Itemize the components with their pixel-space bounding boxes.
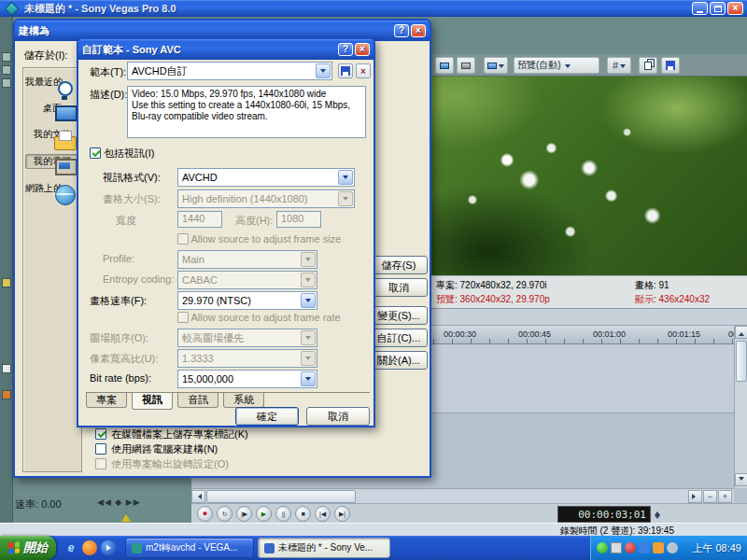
vegas-app-icon	[5, 1, 20, 16]
dock-folder-icon[interactable]	[2, 278, 11, 287]
pixel-aspect-label: 像素寬高比(U):	[90, 352, 158, 366]
save-template-button[interactable]	[338, 63, 353, 78]
loop-playback-button[interactable]: ↻	[217, 506, 233, 522]
zoom-in-button[interactable]: +	[718, 490, 732, 503]
about-button[interactable]: 關於(A)...	[370, 351, 428, 370]
horizontal-scroll-thumb[interactable]	[206, 490, 356, 503]
option-label: 使用專案輸出旋轉設定(O)	[111, 458, 229, 469]
tab-project[interactable]: 專案	[86, 393, 127, 408]
tab-system[interactable]: 系統	[223, 393, 264, 408]
dock-document-icon[interactable]	[2, 364, 11, 373]
dock-media-icon[interactable]	[2, 390, 11, 399]
change-button[interactable]: 變更(S)...	[370, 306, 428, 325]
scroll-left-button[interactable]	[191, 490, 205, 503]
delete-template-button[interactable]: ×	[356, 63, 371, 78]
chevron-down-icon[interactable]	[338, 170, 353, 185]
frame-rate-combo[interactable]: 29.970 (NTSC)	[177, 291, 317, 310]
tray-icon[interactable]	[639, 542, 650, 553]
tab-audio[interactable]: 音訊	[177, 393, 218, 408]
include-video-checkbox[interactable]	[90, 147, 101, 159]
main-window-titlebar[interactable]: 未標題的 * - Sony Vegas Pro 8.0 ×	[0, 0, 747, 17]
play-from-start-button[interactable]: |▶	[236, 506, 252, 522]
chevron-down-icon[interactable]	[316, 63, 331, 78]
height-input: 1080	[276, 211, 321, 228]
video-preview-toolbar: 預覽(自動) #	[431, 54, 747, 77]
close-icon[interactable]: ×	[727, 2, 743, 15]
help-icon[interactable]: ?	[394, 24, 409, 37]
go-to-end-button[interactable]: ▶|	[334, 506, 350, 522]
rate-slider[interactable]: ◀◀ ◆ ▶▶	[97, 497, 141, 507]
scroll-up-button[interactable]	[735, 326, 747, 339]
custom-button[interactable]: 自訂(C)...	[370, 329, 428, 347]
allow-frame-size-checkbox	[177, 233, 189, 245]
pause-button[interactable]: ||	[275, 506, 291, 522]
dock-icon[interactable]	[2, 78, 11, 88]
help-icon[interactable]: ?	[338, 43, 353, 56]
stop-button[interactable]: ■	[295, 506, 311, 522]
horizontal-scrollbar[interactable]: − +	[191, 488, 734, 503]
use-network-render-checkbox[interactable]	[95, 443, 106, 455]
rate-slider-marker[interactable]	[121, 510, 131, 522]
copy-frame-button[interactable]	[639, 57, 657, 74]
task-label: 未標題的 * - Sony Ve...	[278, 541, 373, 554]
save-button[interactable]: 儲存(S)	[370, 256, 428, 274]
floppy-icon	[341, 66, 350, 76]
custom-template-titlebar[interactable]: 自訂範本 - Sony AVC ? ×	[78, 39, 374, 60]
internet-explorer-icon[interactable]: e	[63, 540, 78, 555]
scroll-down-button[interactable]	[735, 473, 747, 486]
grid-overlay-button[interactable]: #	[607, 57, 631, 74]
play-button[interactable]: ▶	[256, 506, 272, 522]
template-combo-value: AVCHD自訂	[132, 64, 188, 78]
place-my-documents[interactable]: 我的文件	[25, 128, 79, 141]
video-output-icon[interactable]	[457, 57, 475, 74]
tray-icon[interactable]	[611, 542, 622, 553]
timecode-display[interactable]: 00:00:03;01	[557, 506, 651, 523]
vertical-scrollbar[interactable]	[734, 326, 747, 488]
template-combo[interactable]: AVCHD自訂	[127, 62, 332, 80]
place-network[interactable]: 網路上的芳鄰	[25, 182, 79, 195]
zoom-out-button[interactable]: −	[703, 490, 717, 503]
vertical-scroll-thumb[interactable]	[736, 341, 747, 382]
tray-icon[interactable]	[625, 542, 636, 553]
preview-quality-dropdown[interactable]: 預覽(自動)	[514, 57, 599, 74]
cancel-button[interactable]: 取消	[306, 407, 370, 426]
maximize-button[interactable]	[710, 2, 726, 15]
dock-icon[interactable]	[2, 52, 11, 62]
description-text[interactable]: Video: 15.0 Mbps, 29.970 fps, 1440x1080 …	[127, 86, 366, 138]
save-project-markers-checkbox[interactable]	[95, 428, 106, 440]
tray-icon[interactable]	[653, 542, 664, 553]
start-button[interactable]: 開始	[0, 536, 56, 560]
media-player-icon[interactable]	[101, 540, 116, 555]
close-icon[interactable]: ×	[411, 24, 426, 37]
ok-button[interactable]: 確定	[235, 407, 299, 426]
save-frame-button[interactable]	[661, 57, 680, 74]
place-recent-documents[interactable]: 我最近的文件	[25, 76, 79, 89]
allow-frame-rate-label: Allow source to adjust frame rate	[190, 312, 340, 323]
tray-icon[interactable]	[597, 542, 608, 553]
close-icon[interactable]: ×	[355, 43, 370, 56]
preview-device-button[interactable]	[484, 57, 508, 74]
chevron-down-icon[interactable]	[301, 293, 316, 308]
tab-video[interactable]: 視訊	[132, 393, 173, 410]
external-monitor-icon[interactable]	[435, 57, 454, 74]
go-to-start-button[interactable]: |◀	[315, 506, 331, 522]
taskbar-task-vegas-render[interactable]: m2t轉avchd - VEGA...	[125, 538, 254, 558]
taskbar-task-vegas-project[interactable]: 未標題的 * - Sony Ve...	[258, 538, 390, 558]
bitrate-combo[interactable]: 15,000,000	[177, 370, 317, 388]
taskbar: 開始 e m2t轉avchd - VEGA... 未標題的 * - Sony V…	[0, 536, 747, 560]
record-button[interactable]: ●	[197, 506, 213, 522]
timecode-spinner[interactable]	[653, 507, 661, 522]
custom-template-body: 範本(T): AVCHD自訂 × 描述(D): Video: 15.0 Mbps…	[78, 60, 374, 426]
video-format-combo[interactable]: AVCHD	[177, 168, 355, 187]
browser-icon[interactable]	[82, 540, 97, 555]
place-desktop[interactable]: 桌面	[25, 102, 79, 115]
scroll-right-button[interactable]	[688, 490, 702, 503]
chevron-down-icon[interactable]	[301, 371, 316, 386]
width-input: 1440	[177, 211, 222, 228]
tray-icon[interactable]	[667, 542, 678, 553]
option-label: 在媒體檔案上儲存專案標記(K)	[111, 428, 248, 440]
place-my-computer[interactable]: 我的電腦	[25, 154, 79, 169]
dock-icon[interactable]	[2, 65, 11, 75]
minimize-button[interactable]	[692, 2, 708, 15]
cancel-button[interactable]: 取消	[370, 278, 428, 297]
